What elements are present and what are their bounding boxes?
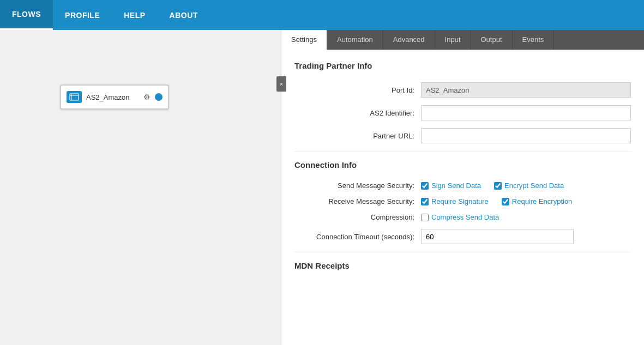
encrypt-send-data-checkbox[interactable] <box>494 182 502 190</box>
compress-send-data-label: Compress Send Data <box>431 213 499 221</box>
panel-content: Trading Partner Info Port Id: AS2 Identi… <box>281 50 644 345</box>
require-encryption-checkbox[interactable] <box>502 198 509 205</box>
require-signature-label: Require Signature <box>431 197 489 205</box>
tab-events[interactable]: Events <box>513 30 555 50</box>
connection-info-section-title: Connection Info <box>294 160 631 173</box>
port-id-label: Port Id: <box>294 86 414 94</box>
partner-url-row: Partner URL: <box>294 128 631 143</box>
send-message-security-label: Send Message Security: <box>294 181 414 190</box>
right-panel: Settings Automation Advanced Input Outpu… <box>281 30 644 345</box>
node-label: AS2_Amazon <box>86 93 139 101</box>
require-signature-checkbox[interactable] <box>421 198 429 205</box>
receive-message-security-label: Receive Message Security: <box>294 197 414 205</box>
require-encryption-checkbox-label[interactable]: Require Encryption <box>502 197 573 205</box>
nav-flows[interactable]: FLOWS <box>0 0 53 30</box>
panel-close-button[interactable]: × <box>276 76 286 92</box>
sign-send-data-checkbox-label[interactable]: Sign Send Data <box>421 181 481 190</box>
encrypt-send-data-checkbox-label[interactable]: Encrypt Send Data <box>494 181 564 190</box>
nav-about[interactable]: ABOUT <box>158 0 210 30</box>
top-nav: FLOWS PROFILE HELP ABOUT <box>0 0 644 30</box>
require-signature-checkbox-label[interactable]: Require Signature <box>421 197 489 205</box>
node-status-dot <box>155 93 162 101</box>
port-id-row: Port Id: <box>294 82 631 98</box>
tab-automation[interactable]: Automation <box>327 30 383 50</box>
send-message-security-row: Send Message Security: Sign Send Data En… <box>294 181 631 190</box>
sign-send-data-label: Sign Send Data <box>431 181 481 190</box>
tabs-bar: Settings Automation Advanced Input Outpu… <box>281 30 644 50</box>
trading-partner-section-title: Trading Partner Info <box>294 61 631 74</box>
encrypt-send-data-label: Encrypt Send Data <box>504 181 564 190</box>
svg-rect-0 <box>70 94 79 100</box>
as2-identifier-label: AS2 Identifier: <box>294 109 414 117</box>
compress-send-data-checkbox[interactable] <box>421 214 429 221</box>
connection-timeout-label: Connection Timeout (seconds): <box>294 233 414 241</box>
partner-url-label: Partner URL: <box>294 132 414 140</box>
section-divider-1 <box>294 151 631 152</box>
tab-settings[interactable]: Settings <box>281 30 327 50</box>
compression-row: Compression: Compress Send Data <box>294 213 631 221</box>
flow-node: AS2_Amazon ⚙ <box>60 84 169 110</box>
require-encryption-label: Require Encryption <box>512 197 573 205</box>
port-id-input[interactable] <box>421 82 631 98</box>
sign-send-data-checkbox[interactable] <box>421 182 429 190</box>
mdn-receipts-section-title: MDN Receipts <box>294 261 631 274</box>
compression-checkboxes: Compress Send Data <box>421 213 631 221</box>
compress-send-data-checkbox-label[interactable]: Compress Send Data <box>421 213 499 221</box>
connection-timeout-row: Connection Timeout (seconds): <box>294 229 631 244</box>
compression-label: Compression: <box>294 213 414 221</box>
partner-url-input[interactable] <box>421 128 631 143</box>
as2-identifier-input[interactable] <box>421 105 631 120</box>
as2-identifier-row: AS2 Identifier: <box>294 105 631 120</box>
section-divider-2 <box>294 252 631 252</box>
tab-output[interactable]: Output <box>471 30 513 50</box>
nav-help[interactable]: HELP <box>112 0 157 30</box>
main-layout: AS2_Amazon ⚙ × Settings Automation Advan… <box>0 30 644 345</box>
canvas-area: AS2_Amazon ⚙ × <box>0 30 281 345</box>
tab-input[interactable]: Input <box>435 30 471 50</box>
nav-profile[interactable]: PROFILE <box>53 0 112 30</box>
gear-icon[interactable]: ⚙ <box>143 93 151 101</box>
receive-message-security-checkboxes: Require Signature Require Encryption <box>421 197 631 205</box>
send-message-security-checkboxes: Sign Send Data Encrypt Send Data <box>421 181 631 190</box>
node-icon <box>67 91 82 103</box>
tab-advanced[interactable]: Advanced <box>383 30 435 50</box>
connection-timeout-input[interactable] <box>421 229 574 244</box>
receive-message-security-row: Receive Message Security: Require Signat… <box>294 197 631 205</box>
